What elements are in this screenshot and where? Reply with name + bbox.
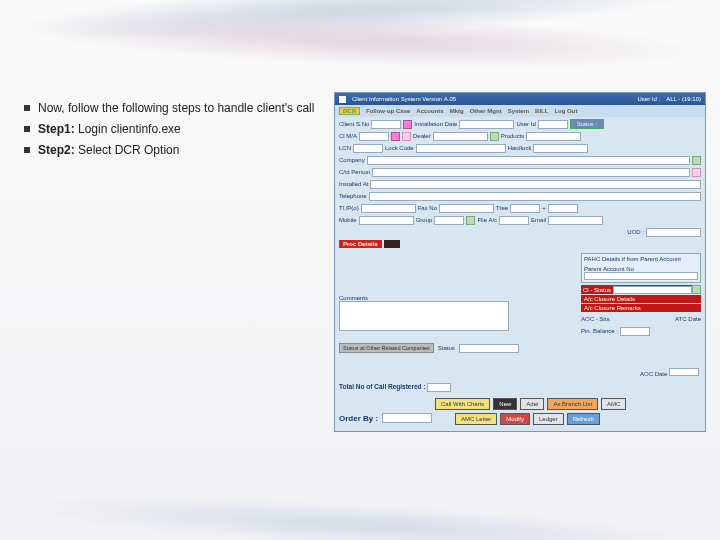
- field-comments[interactable]: [339, 301, 509, 331]
- menu-system[interactable]: System: [508, 108, 529, 114]
- bullet-step1: Step1: Login clientinfo.exe: [20, 121, 320, 138]
- label-products: Products: [501, 133, 525, 139]
- label-hardlock: Hardlock: [508, 145, 532, 151]
- lookup-icon[interactable]: [391, 132, 400, 141]
- window-title: Client Information System Version A.05: [352, 96, 456, 102]
- right-panel: PAHC Details if from Parent Account Pare…: [581, 253, 701, 338]
- btn-modify[interactable]: Modify: [500, 413, 530, 425]
- group-dropdown-icon[interactable]: [466, 216, 475, 225]
- field-mobile[interactable]: [359, 216, 414, 225]
- btn-acdetails[interactable]: A/c Closure Details: [581, 295, 701, 303]
- field-pinbal[interactable]: [620, 327, 650, 336]
- dropdown-icon[interactable]: [490, 132, 499, 141]
- label-email: Email: [531, 217, 546, 223]
- lookup2-icon[interactable]: [402, 132, 411, 141]
- btn-amc[interactable]: AMC: [601, 398, 626, 410]
- menu-bill[interactable]: BILL: [535, 108, 548, 114]
- label-faxno: Fax No: [418, 205, 437, 211]
- dropdown-icon[interactable]: [692, 285, 701, 294]
- field-clma[interactable]: [359, 132, 389, 141]
- field-hardlock[interactable]: [533, 144, 588, 153]
- field-cperson[interactable]: [372, 168, 690, 177]
- menu-other[interactable]: Other Mgnt: [470, 108, 502, 114]
- tab-proc-details[interactable]: Proc Details: [339, 240, 382, 248]
- field-telephone[interactable]: [369, 192, 701, 201]
- label-lcn: LCN: [339, 145, 351, 151]
- label-pinbal: Pin. Balance :: [581, 328, 618, 334]
- btn-acremarks[interactable]: A/c Closure Remarks: [581, 304, 701, 312]
- label-uod: UOD :: [627, 229, 644, 235]
- field-tree[interactable]: [510, 204, 540, 213]
- label-mobile: Mobile: [339, 217, 357, 223]
- clientinfo-window: Client Information System Version A.05 U…: [334, 92, 706, 432]
- btn-new[interactable]: New: [493, 398, 517, 410]
- search-icon[interactable]: [403, 120, 412, 129]
- field-uod[interactable]: [646, 228, 701, 237]
- field-dealer[interactable]: [433, 132, 488, 141]
- status-badge: Status :: [570, 119, 604, 129]
- btn-status-related[interactable]: Status at Other Related Companies: [339, 343, 434, 353]
- field-tlpg[interactable]: [361, 204, 416, 213]
- btn-branch[interactable]: As Branch List: [547, 398, 598, 410]
- label-clstatus: Cl - Status: [581, 286, 613, 294]
- label-aoc: AOC - Stts: [581, 316, 610, 322]
- menu-logout[interactable]: Log Out: [554, 108, 577, 114]
- label-dealer: Dealer: [413, 133, 431, 139]
- field-email[interactable]: [548, 216, 603, 225]
- field-clientsno[interactable]: [371, 120, 401, 129]
- field-clstatus[interactable]: [613, 286, 692, 294]
- label-fileas: File A/c: [477, 217, 497, 223]
- field-total[interactable]: [427, 383, 451, 392]
- label-userid: User Id: [516, 121, 535, 127]
- label-cperson: C/ct Person: [339, 169, 370, 175]
- label-total: Total No of Call Registered :: [339, 383, 426, 390]
- bullet-step2: Step2: Select DCR Option: [20, 142, 320, 159]
- label-group: Group: [416, 217, 433, 223]
- field-status2[interactable]: [459, 344, 519, 353]
- label-clientsno: Client S.No: [339, 121, 369, 127]
- tab-other[interactable]: [384, 240, 400, 248]
- field-orderby[interactable]: [382, 413, 432, 423]
- btn-ledger[interactable]: Ledger: [533, 413, 564, 425]
- field-group[interactable]: [434, 216, 464, 225]
- label-status2: Status: [438, 345, 455, 351]
- window-titlebar: Client Information System Version A.05 U…: [335, 93, 705, 105]
- menu-followup[interactable]: Follow-up Case: [366, 108, 410, 114]
- label-installat: Installed At: [339, 181, 368, 187]
- user-label: User Id :: [638, 96, 661, 102]
- label-aocsotts: AOC Date: [640, 371, 667, 377]
- field-instdate[interactable]: [459, 120, 514, 129]
- label-instdate: Installation Date: [414, 121, 457, 127]
- field-products[interactable]: [526, 132, 581, 141]
- app-icon: [339, 96, 346, 103]
- btn-adel[interactable]: Adel: [520, 398, 544, 410]
- field-lockcode[interactable]: [416, 144, 506, 153]
- menu-mktg[interactable]: Mktg: [450, 108, 464, 114]
- field-installat[interactable]: [370, 180, 701, 189]
- menubar: DCR Follow-up Case Accounts Mktg Other M…: [335, 105, 705, 117]
- menu-dcr[interactable]: DCR: [339, 107, 360, 115]
- field-aocdate[interactable]: [669, 368, 699, 376]
- label-company: Company: [339, 157, 365, 163]
- field-userid[interactable]: [538, 120, 568, 129]
- label-clma: Cl M/A: [339, 133, 357, 139]
- btn-amcletter[interactable]: AMC Letter: [455, 413, 497, 425]
- field-company[interactable]: [367, 156, 690, 165]
- field-tree2[interactable]: [548, 204, 578, 213]
- btn-refresh[interactable]: Refresh: [567, 413, 600, 425]
- label-orderby: Order By :: [339, 414, 378, 423]
- menu-accounts[interactable]: Accounts: [416, 108, 443, 114]
- label-tree: Tree: [496, 205, 508, 211]
- field-lcn[interactable]: [353, 144, 383, 153]
- field-parentacct[interactable]: [584, 272, 698, 280]
- label-tlpg: Tl./P(o): [339, 205, 359, 211]
- bullet-intro: Now, follow the following steps to handl…: [20, 100, 320, 117]
- label-pahc: PAHC Details if from Parent Account: [584, 256, 698, 262]
- bullet-list: Now, follow the following steps to handl…: [20, 100, 320, 162]
- user-value: ALL - (19:10): [666, 96, 701, 102]
- person-icon[interactable]: [692, 168, 701, 177]
- company-icon[interactable]: [692, 156, 701, 165]
- btn-chart[interactable]: Call With Charts: [435, 398, 490, 410]
- field-faxno[interactable]: [439, 204, 494, 213]
- field-fileas[interactable]: [499, 216, 529, 225]
